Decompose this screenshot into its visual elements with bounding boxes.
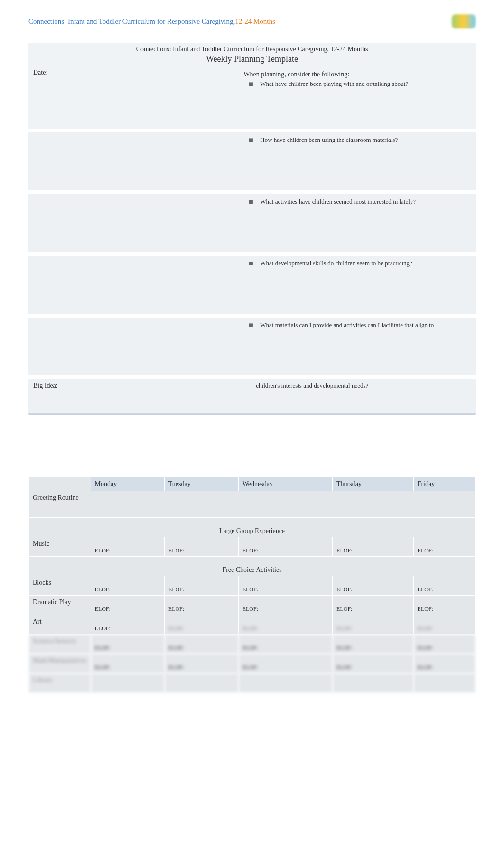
question-3: What activities have children seemed mos… <box>260 198 416 206</box>
blurred-cell <box>333 673 413 692</box>
art-thu: ELOF: <box>333 615 413 634</box>
art-mon: ELOF: <box>91 615 164 634</box>
consider-cell-1: When planning, consider the following: ⯀… <box>234 67 476 129</box>
question-5: What materials can I provide and activit… <box>260 321 434 329</box>
dramatic-row: Dramatic Play ELOF: ELOF: ELOF: ELOF: EL… <box>29 596 475 615</box>
date-cell: Date: <box>28 67 234 129</box>
art-tue: ELOF: <box>165 615 238 634</box>
big-idea-label: Big Idea: <box>33 382 58 389</box>
weekly-schedule-table: Monday Tuesday Wednesday Thursday Friday… <box>28 477 476 693</box>
header-title-main: Connections: Infant and Toddler Curricul… <box>28 18 235 25</box>
art-row: Art ELOF: ELOF: ELOF: ELOF: ELOF: <box>29 615 475 634</box>
planning-right-column: When planning, consider the following: ⯀… <box>234 67 476 375</box>
big-idea-cell: Big Idea: <box>28 375 234 413</box>
music-label: Music <box>29 537 91 556</box>
elof-label: ELOF: <box>418 606 433 612</box>
elof-label: ELOF: <box>168 586 184 593</box>
dramatic-wed: ELOF: <box>239 596 332 615</box>
elof-label: ELOF: <box>95 645 111 651</box>
elof-label: ELOF: <box>336 586 352 593</box>
elof-label: ELOF: <box>168 625 184 632</box>
blurred-cell: ELOF: <box>165 635 238 654</box>
elof-label: ELOF: <box>168 664 184 671</box>
blurred-cell: ELOF: <box>165 654 238 673</box>
planning-full-title: Connections: Infant and Toddler Curricul… <box>28 43 476 54</box>
bullet-icon: ⯀ <box>248 199 253 205</box>
elof-label: ELOF: <box>336 645 352 651</box>
elof-label: ELOF: <box>336 606 352 612</box>
blocks-fri: ELOF: <box>414 576 475 595</box>
dramatic-mon: ELOF: <box>91 596 164 615</box>
blurred-cell: ELOF: <box>239 654 332 673</box>
blurred-label-1: Science/Sensory <box>29 635 91 654</box>
question-4: What developmental skills do children se… <box>260 260 412 267</box>
consider-cell-4: ⯀ What developmental skills do children … <box>234 252 476 314</box>
art-label: Art <box>29 615 91 634</box>
blurred-cell: ELOF: <box>333 654 413 673</box>
free-choice-row: Free Choice Activities <box>29 557 475 576</box>
free-choice-label: Free Choice Activities <box>29 557 475 576</box>
blurred-label-3: Library <box>29 673 91 692</box>
planning-two-column: Date: When planning, consider the follow… <box>28 67 476 375</box>
question-tail: children's interests and developmental n… <box>256 382 368 389</box>
blurred-cell <box>91 673 164 692</box>
elof-label: ELOF: <box>336 547 352 554</box>
music-tue: ELOF: <box>165 537 238 556</box>
elof-label: ELOF: <box>168 606 184 612</box>
blurred-label-2: Math/Manipulatives <box>29 654 91 673</box>
blurred-cell: ELOF: <box>91 654 164 673</box>
large-group-label: Large Group Experience <box>29 518 475 537</box>
blurred-cell: ELOF: <box>333 635 413 654</box>
blocks-thu: ELOF: <box>333 576 413 595</box>
question-row-4: ⯀ What developmental skills do children … <box>239 258 471 269</box>
art-wed: ELOF: <box>239 615 332 634</box>
day-header-mon: Monday <box>91 477 164 491</box>
day-header-tue: Tuesday <box>165 477 238 491</box>
elof-label: ELOF: <box>95 606 111 612</box>
bullet-icon: ⯀ <box>248 322 253 328</box>
blurred-cell <box>239 673 332 692</box>
left-spacer-2 <box>28 190 234 252</box>
blurred-cell <box>414 673 475 692</box>
document-header: Connections: Infant and Toddler Curricul… <box>28 14 476 28</box>
elof-label: ELOF: <box>243 586 258 593</box>
blocks-label: Blocks <box>29 576 91 595</box>
greeting-label: Greeting Routine <box>29 491 91 517</box>
blocks-row: Blocks ELOF: ELOF: ELOF: ELOF: ELOF: <box>29 576 475 595</box>
music-fri: ELOF: <box>414 537 475 556</box>
elof-label: ELOF: <box>336 625 352 632</box>
schedule-section: Monday Tuesday Wednesday Thursday Friday… <box>28 477 476 693</box>
question-2: How have children been using the classro… <box>260 136 398 144</box>
blocks-mon: ELOF: <box>91 576 164 595</box>
header-title: Connections: Infant and Toddler Curricul… <box>28 18 275 26</box>
left-spacer-3 <box>28 252 234 314</box>
dramatic-label: Dramatic Play <box>29 596 91 615</box>
music-thu: ELOF: <box>333 537 413 556</box>
blurred-row-2: Math/Manipulatives ELOF: ELOF: ELOF: ELO… <box>29 654 475 673</box>
art-fri: ELOF: <box>414 615 475 634</box>
question-1: What have children been playing with and… <box>260 80 408 88</box>
question-row-2: ⯀ How have children been using the class… <box>239 134 471 146</box>
greeting-cell <box>91 491 475 517</box>
bullet-icon: ⯀ <box>248 81 253 87</box>
elof-label: ELOF: <box>243 645 258 651</box>
question-tail-cell: children's interests and developmental n… <box>234 375 476 413</box>
blurred-cell <box>165 673 238 692</box>
blurred-cell: ELOF: <box>414 635 475 654</box>
planning-template-box: Connections: Infant and Toddler Curricul… <box>28 43 476 415</box>
consider-intro: When planning, consider the following: <box>239 69 471 78</box>
planning-left-column: Date: <box>28 67 234 375</box>
dramatic-fri: ELOF: <box>414 596 475 615</box>
elof-label: ELOF: <box>243 606 258 612</box>
planning-bottom-border <box>28 413 476 415</box>
greeting-row: Greeting Routine <box>29 491 475 517</box>
blocks-wed: ELOF: <box>239 576 332 595</box>
music-row: Music ELOF: ELOF: ELOF: ELOF: ELOF: <box>29 537 475 556</box>
corner-cell <box>29 477 91 491</box>
elof-label: ELOF: <box>418 645 433 651</box>
date-label: Date: <box>33 69 47 76</box>
elof-label: ELOF: <box>418 586 433 593</box>
question-row-1: ⯀ What have children been playing with a… <box>239 78 471 90</box>
music-wed: ELOF: <box>239 537 332 556</box>
bullet-icon: ⯀ <box>248 137 253 143</box>
